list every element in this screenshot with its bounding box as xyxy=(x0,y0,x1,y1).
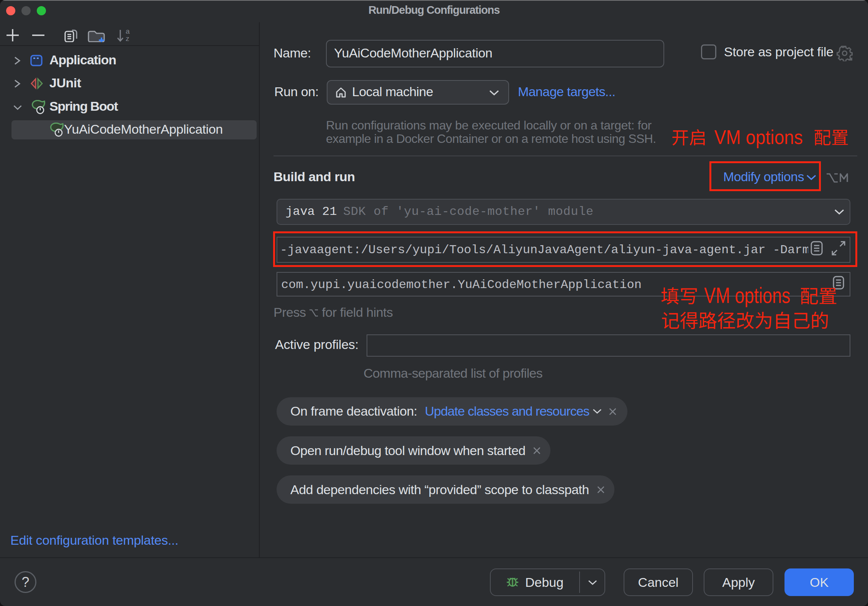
svg-text:z: z xyxy=(126,34,129,42)
svg-text:VM options: VM options xyxy=(704,283,791,307)
svg-text:VM options: VM options xyxy=(714,126,803,148)
